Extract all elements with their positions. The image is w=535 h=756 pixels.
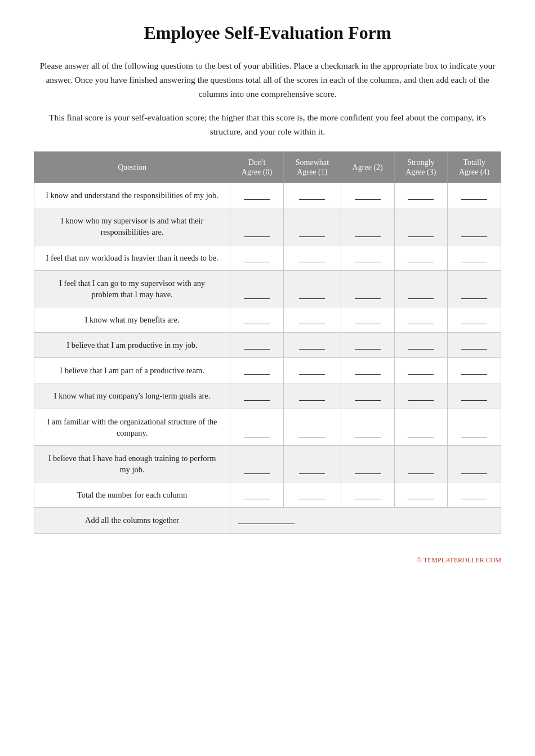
footer: © TEMPLATEROLLER.COM [34,556,501,565]
answer-cell [283,245,341,270]
table-row: I believe that I am productive in my job… [34,333,501,358]
answer-cell [448,208,501,245]
answer-blank [355,374,381,375]
answer-blank [408,437,434,437]
answer-cell [341,445,394,482]
answer-cell [230,245,284,270]
answer-blank [355,262,381,262]
answer-cell [394,270,448,307]
answer-cell [394,445,448,482]
question-cell: I know and understand the responsibiliti… [34,183,230,208]
answer-cell [230,482,284,508]
answer-cell [230,307,284,333]
answer-blank [244,437,270,437]
answer-blank [299,262,325,262]
answer-blank [408,236,434,237]
answer-blank [244,262,270,262]
answer-cell [341,183,394,208]
col-header-question: Question [34,152,230,183]
answer-cell [341,245,394,270]
answer-cell [283,208,341,245]
answer-cell [283,383,341,409]
answer-cell [448,358,501,383]
grand-total-blank [238,524,295,524]
answer-cell [448,183,501,208]
answer-blank [461,437,487,437]
answer-cell [448,383,501,409]
answer-blank [244,374,270,375]
question-cell: I believe that I am productive in my job… [34,333,230,358]
question-cell: I am familiar with the organizational st… [34,409,230,445]
table-row: I feel that I can go to my supervisor wi… [34,270,501,307]
table-row: Total the number for each column [34,482,501,508]
col-header-strongly-agree: StronglyAgree (3) [394,152,448,183]
intro-paragraph-2: This final score is your self-evaluation… [34,111,501,139]
table-row: I know what my benefits are. [34,307,501,333]
answer-blank [408,199,434,200]
answer-blank [355,298,381,299]
question-cell: I know who my supervisor is and what the… [34,208,230,245]
answer-blank [355,199,381,200]
answer-cell [341,358,394,383]
answer-cell [230,383,284,409]
answer-cell [283,445,341,482]
answer-cell [394,307,448,333]
answer-blank [299,349,325,350]
answer-cell [448,333,501,358]
evaluation-table: Question Don'tAgree (0) SomewhatAgree (1… [34,151,501,534]
table-row: Add all the columns together [34,508,501,533]
answer-blank [299,374,325,375]
answer-blank [299,400,325,401]
table-row: I know what my company's long-term goals… [34,383,501,409]
answer-blank [299,298,325,299]
copyright-text: © TEMPLATEROLLER.COM [417,556,501,564]
answer-blank [299,236,325,237]
question-cell: Total the number for each column [34,482,230,508]
question-cell: I feel that I can go to my supervisor wi… [34,270,230,307]
col-header-agree: Agree (2) [341,152,394,183]
answer-cell [394,409,448,445]
answer-cell [230,409,284,445]
answer-blank [461,473,487,474]
answer-cell [394,245,448,270]
table-row: I am familiar with the organizational st… [34,409,501,445]
answer-cell [230,208,284,245]
answer-cell [341,208,394,245]
question-cell: I believe that I have had enough trainin… [34,445,230,482]
answer-blank [299,437,325,437]
answer-blank [299,324,325,324]
table-row: I know who my supervisor is and what the… [34,208,501,245]
answer-cell [230,333,284,358]
answer-blank [408,400,434,401]
answer-blank [244,349,270,350]
answer-cell [283,307,341,333]
question-cell: I know what my company's long-term goals… [34,383,230,409]
answer-cell [394,383,448,409]
answer-blank [408,298,434,299]
answer-blank [461,324,487,324]
answer-blank [299,473,325,474]
answer-blank [461,400,487,401]
answer-cell [394,358,448,383]
answer-cell [230,445,284,482]
answer-cell [448,445,501,482]
col-header-dont-agree: Don'tAgree (0) [230,152,284,183]
answer-cell [341,307,394,333]
answer-cell [448,307,501,333]
answer-blank [355,400,381,401]
answer-cell [341,270,394,307]
question-cell: I know what my benefits are. [34,307,230,333]
answer-blank [408,349,434,350]
answer-blank [244,298,270,299]
answer-blank [299,199,325,200]
intro-paragraph-1: Please answer all of the following quest… [34,59,501,101]
answer-blank [461,199,487,200]
answer-blank [408,374,434,375]
answer-blank [355,236,381,237]
answer-blank [355,473,381,474]
answer-blank [461,236,487,237]
question-cell: I feel that my workload is heavier than … [34,245,230,270]
answer-cell [283,409,341,445]
answer-blank [244,324,270,324]
answer-cell [341,383,394,409]
